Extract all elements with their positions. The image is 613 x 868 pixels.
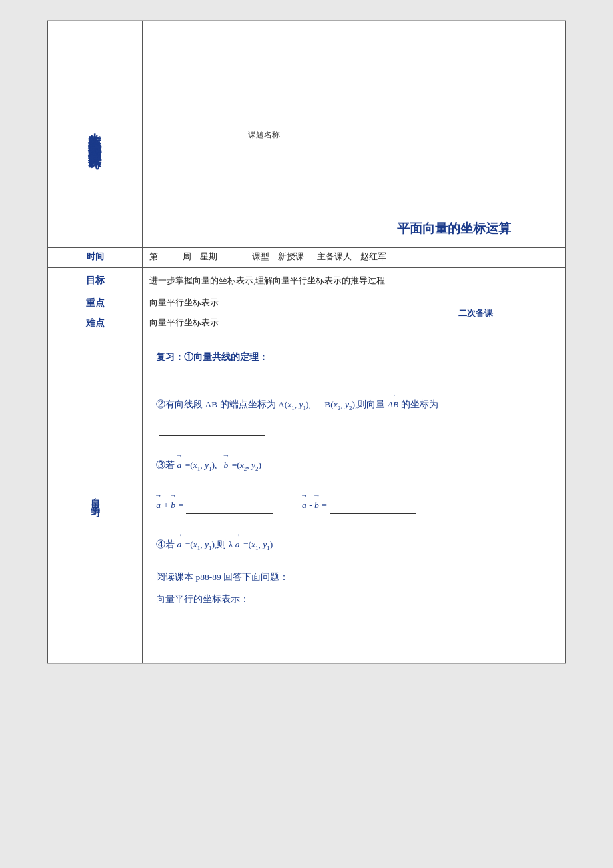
main-teacher-label: 主备课人 xyxy=(317,251,352,261)
key-label: 重点 xyxy=(48,293,143,313)
item3-operations: → a + → b = → a xyxy=(156,488,552,514)
goal-content: 进一步掌握向量的坐标表示,理解向量平行坐标表示的推导过程 xyxy=(143,268,566,293)
goal-label: 目标 xyxy=(48,268,143,293)
item2: ②有向线段 AB 的端点坐标为 A(x1, y1), B(x2, y2),则向量… xyxy=(156,387,552,414)
time-label: 时间 xyxy=(48,248,143,268)
difficult-content: 向量平行坐标表示 xyxy=(143,313,386,333)
week-blank xyxy=(160,259,180,259)
parallel-label: 向量平行的坐标表示： xyxy=(156,590,552,608)
info-row: 时间 第 周 星期 课型 新授课 主备课人 赵红军 xyxy=(48,248,566,268)
item4: ④若 → a =(x1, y1),则 λ → a =(x1, y1) xyxy=(156,527,552,554)
goal-row: 目标 进一步掌握向量的坐标表示,理解向量平行坐标表示的推导过程 xyxy=(48,268,566,293)
main-table: 人教版高中数学必修精品教学资料第课时 课题名称 平面向量的坐标运算 时间 第 周… xyxy=(47,21,566,663)
type-label: 课型 xyxy=(252,251,269,261)
day-label: 星期 xyxy=(200,251,217,261)
key-content: 向量平行坐标表示 xyxy=(143,293,386,313)
main-teacher-value: 赵红军 xyxy=(360,251,386,261)
vertical-title: 人教版高中数学必修精品教学资料第课时 xyxy=(85,123,105,147)
key-row: 重点 向量平行坐标表示 二次备课 xyxy=(48,293,566,313)
secondary-label: 二次备课 xyxy=(386,293,565,333)
self-study-content: 复习：①向量共线的定理： ②有向线段 AB 的端点坐标为 A(x1, y1), … xyxy=(143,333,566,663)
course-name-label: 课题名称 xyxy=(248,130,280,139)
self-study-label: 自主学习 xyxy=(48,333,143,663)
page: 人教版高中数学必修精品教学资料第课时 课题名称 平面向量的坐标运算 时间 第 周… xyxy=(47,20,566,664)
self-study-row: 自主学习 复习：①向量共线的定理： ②有向线段 AB 的端点坐标为 A(x1, … xyxy=(48,333,566,663)
difficult-label: 难点 xyxy=(48,313,143,333)
item2-blank xyxy=(156,418,552,436)
day-blank xyxy=(219,259,239,259)
week-label: 第 xyxy=(149,251,158,261)
type-value: 新授课 xyxy=(278,251,304,261)
item3-title: ③若 → a =(x1, y1), → b =(x2, y2) xyxy=(156,448,552,475)
review-title: 复习：①向量共线的定理： xyxy=(156,348,552,366)
header-row: 人教版高中数学必修精品教学资料第课时 课题名称 平面向量的坐标运算 xyxy=(48,21,566,248)
zhou-label: 周 xyxy=(183,251,191,261)
course-title: 平面向量的坐标运算 xyxy=(397,220,511,239)
read-instruction: 阅读课本 p88-89 回答下面问题： xyxy=(156,568,552,586)
